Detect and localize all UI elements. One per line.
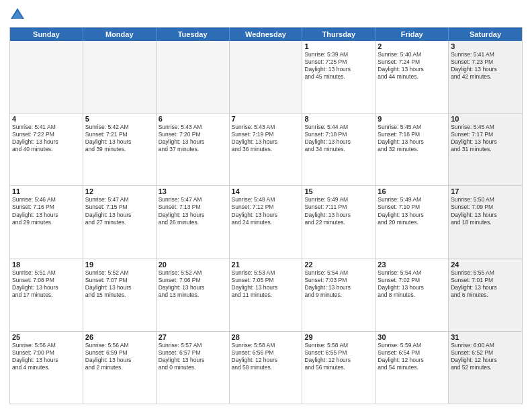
calendar-cell: 2Sunrise: 5:40 AM Sunset: 7:24 PM Daylig… (375, 41, 449, 113)
cell-info: Sunrise: 5:43 AM Sunset: 7:20 PM Dayligh… (159, 124, 227, 153)
header-day: Monday (83, 28, 157, 41)
calendar-cell: 29Sunrise: 5:58 AM Sunset: 6:55 PM Dayli… (302, 332, 375, 404)
cell-info: Sunrise: 5:47 AM Sunset: 7:13 PM Dayligh… (159, 196, 227, 226)
day-number: 29 (304, 333, 373, 341)
cell-info: Sunrise: 5:41 AM Sunset: 7:22 PM Dayligh… (12, 124, 81, 153)
header-day: Wednesday (230, 28, 303, 41)
day-number: 25 (12, 333, 81, 341)
day-number: 22 (304, 261, 373, 269)
cell-info: Sunrise: 5:48 AM Sunset: 7:12 PM Dayligh… (232, 196, 300, 226)
day-number: 14 (232, 187, 300, 195)
calendar-row: 18Sunrise: 5:51 AM Sunset: 7:08 PM Dayli… (10, 259, 522, 332)
calendar-cell: 6Sunrise: 5:43 AM Sunset: 7:20 PM Daylig… (157, 113, 230, 185)
calendar-cell: 28Sunrise: 5:58 AM Sunset: 6:56 PM Dayli… (230, 332, 303, 404)
cell-info: Sunrise: 5:49 AM Sunset: 7:10 PM Dayligh… (378, 196, 446, 226)
cell-info: Sunrise: 5:44 AM Sunset: 7:18 PM Dayligh… (304, 124, 373, 153)
calendar-cell: 9Sunrise: 5:45 AM Sunset: 7:18 PM Daylig… (375, 113, 449, 185)
cell-info: Sunrise: 5:54 AM Sunset: 7:03 PM Dayligh… (304, 269, 373, 299)
cell-info: Sunrise: 5:53 AM Sunset: 7:05 PM Dayligh… (232, 269, 300, 299)
calendar-cell: 30Sunrise: 5:59 AM Sunset: 6:54 PM Dayli… (375, 332, 449, 404)
calendar-cell: 21Sunrise: 5:53 AM Sunset: 7:05 PM Dayli… (230, 259, 303, 331)
calendar-cell: 24Sunrise: 5:55 AM Sunset: 7:01 PM Dayli… (449, 259, 522, 331)
day-number: 28 (232, 333, 300, 341)
calendar-row: 4Sunrise: 5:41 AM Sunset: 7:22 PM Daylig… (10, 113, 522, 186)
calendar-cell (157, 41, 230, 113)
day-number: 18 (12, 261, 81, 269)
day-number: 10 (451, 115, 520, 123)
day-number: 21 (232, 261, 300, 269)
day-number: 4 (12, 115, 81, 123)
cell-info: Sunrise: 5:49 AM Sunset: 7:11 PM Dayligh… (304, 196, 373, 226)
calendar-cell: 19Sunrise: 5:52 AM Sunset: 7:07 PM Dayli… (83, 259, 157, 331)
cell-info: Sunrise: 5:51 AM Sunset: 7:08 PM Dayligh… (12, 269, 81, 299)
day-number: 24 (451, 261, 520, 269)
cell-info: Sunrise: 5:55 AM Sunset: 7:01 PM Dayligh… (451, 269, 520, 299)
day-number: 8 (304, 115, 373, 123)
cell-info: Sunrise: 5:45 AM Sunset: 7:18 PM Dayligh… (378, 124, 446, 153)
cell-info: Sunrise: 5:58 AM Sunset: 6:55 PM Dayligh… (304, 342, 373, 371)
cell-info: Sunrise: 5:42 AM Sunset: 7:21 PM Dayligh… (85, 124, 154, 153)
day-number: 9 (378, 115, 446, 123)
calendar-cell: 22Sunrise: 5:54 AM Sunset: 7:03 PM Dayli… (302, 259, 375, 331)
header-day: Friday (375, 28, 449, 41)
day-number: 31 (451, 333, 520, 341)
calendar-row: 25Sunrise: 5:56 AM Sunset: 7:00 PM Dayli… (10, 332, 522, 404)
day-number: 13 (159, 187, 227, 195)
calendar-cell: 14Sunrise: 5:48 AM Sunset: 7:12 PM Dayli… (230, 186, 303, 258)
cell-info: Sunrise: 5:45 AM Sunset: 7:17 PM Dayligh… (451, 124, 520, 153)
header-day: Tuesday (157, 28, 230, 41)
calendar-cell: 23Sunrise: 5:54 AM Sunset: 7:02 PM Dayli… (375, 259, 449, 331)
header-day: Sunday (10, 28, 83, 41)
calendar-cell: 7Sunrise: 5:43 AM Sunset: 7:19 PM Daylig… (230, 113, 303, 185)
day-number: 26 (85, 333, 154, 341)
logo-icon (9, 7, 26, 23)
day-number: 16 (378, 187, 446, 195)
day-number: 19 (85, 261, 154, 269)
cell-info: Sunrise: 5:43 AM Sunset: 7:19 PM Dayligh… (232, 124, 300, 153)
calendar-cell: 11Sunrise: 5:46 AM Sunset: 7:16 PM Dayli… (10, 186, 83, 258)
cell-info: Sunrise: 5:56 AM Sunset: 7:00 PM Dayligh… (12, 342, 81, 371)
calendar-cell: 26Sunrise: 5:56 AM Sunset: 6:59 PM Dayli… (83, 332, 157, 404)
calendar-cell: 12Sunrise: 5:47 AM Sunset: 7:15 PM Dayli… (83, 186, 157, 258)
calendar-header: SundayMondayTuesdayWednesdayThursdayFrid… (10, 28, 522, 41)
calendar-cell: 25Sunrise: 5:56 AM Sunset: 7:00 PM Dayli… (10, 332, 83, 404)
calendar-cell: 20Sunrise: 5:52 AM Sunset: 7:06 PM Dayli… (157, 259, 230, 331)
calendar-cell: 13Sunrise: 5:47 AM Sunset: 7:13 PM Dayli… (157, 186, 230, 258)
header-day: Saturday (449, 28, 522, 41)
calendar-cell: 1Sunrise: 5:39 AM Sunset: 7:25 PM Daylig… (302, 41, 375, 113)
day-number: 23 (378, 261, 446, 269)
cell-info: Sunrise: 5:39 AM Sunset: 7:25 PM Dayligh… (304, 51, 373, 81)
calendar-cell: 15Sunrise: 5:49 AM Sunset: 7:11 PM Dayli… (302, 186, 375, 258)
cell-info: Sunrise: 5:52 AM Sunset: 7:07 PM Dayligh… (85, 269, 154, 299)
cell-info: Sunrise: 5:52 AM Sunset: 7:06 PM Dayligh… (159, 269, 227, 299)
calendar: SundayMondayTuesdayWednesdayThursdayFrid… (9, 27, 523, 404)
header-day: Thursday (302, 28, 375, 41)
calendar-cell: 17Sunrise: 5:50 AM Sunset: 7:09 PM Dayli… (449, 186, 522, 258)
calendar-cell: 31Sunrise: 6:00 AM Sunset: 6:52 PM Dayli… (449, 332, 522, 404)
calendar-cell: 5Sunrise: 5:42 AM Sunset: 7:21 PM Daylig… (83, 113, 157, 185)
calendar-cell: 10Sunrise: 5:45 AM Sunset: 7:17 PM Dayli… (449, 113, 522, 185)
calendar-cell (230, 41, 303, 113)
day-number: 17 (451, 187, 520, 195)
calendar-cell: 27Sunrise: 5:57 AM Sunset: 6:57 PM Dayli… (157, 332, 230, 404)
cell-info: Sunrise: 5:41 AM Sunset: 7:23 PM Dayligh… (451, 51, 520, 81)
day-number: 27 (159, 333, 227, 341)
page: SundayMondayTuesdayWednesdayThursdayFrid… (0, 0, 532, 411)
calendar-body: 1Sunrise: 5:39 AM Sunset: 7:25 PM Daylig… (10, 41, 522, 404)
calendar-cell (10, 41, 83, 113)
cell-info: Sunrise: 5:47 AM Sunset: 7:15 PM Dayligh… (85, 196, 154, 226)
cell-info: Sunrise: 5:56 AM Sunset: 6:59 PM Dayligh… (85, 342, 154, 371)
day-number: 5 (85, 115, 154, 123)
calendar-row: 11Sunrise: 5:46 AM Sunset: 7:16 PM Dayli… (10, 186, 522, 259)
day-number: 7 (232, 115, 300, 123)
day-number: 15 (304, 187, 373, 195)
calendar-cell: 8Sunrise: 5:44 AM Sunset: 7:18 PM Daylig… (302, 113, 375, 185)
calendar-cell: 16Sunrise: 5:49 AM Sunset: 7:10 PM Dayli… (375, 186, 449, 258)
day-number: 2 (378, 42, 446, 50)
cell-info: Sunrise: 5:40 AM Sunset: 7:24 PM Dayligh… (378, 51, 446, 81)
cell-info: Sunrise: 6:00 AM Sunset: 6:52 PM Dayligh… (451, 342, 520, 371)
calendar-row: 1Sunrise: 5:39 AM Sunset: 7:25 PM Daylig… (10, 41, 522, 113)
day-number: 11 (12, 187, 81, 195)
day-number: 6 (159, 115, 227, 123)
cell-info: Sunrise: 5:50 AM Sunset: 7:09 PM Dayligh… (451, 196, 520, 226)
